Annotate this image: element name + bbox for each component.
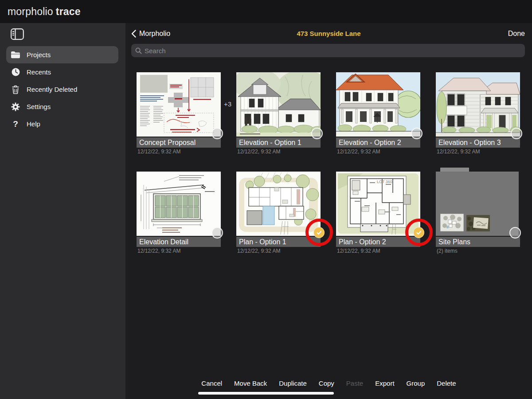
selection-circle[interactable] [509, 227, 521, 239]
elevation-option-1-drawing [236, 72, 321, 137]
sidebar-item-projects[interactable]: Projects [6, 46, 118, 63]
project-card-elevation-option-3[interactable]: Elevation - Option 3 12/12/22, 9:32 AM [436, 72, 520, 155]
plan-lot-label: LOT 360 [377, 180, 392, 184]
project-thumbnail [236, 72, 321, 137]
stack-count-badge: +3 [224, 100, 231, 108]
project-title: Concept Proposal [137, 137, 221, 148]
trash-icon [11, 85, 20, 94]
folder-icon [11, 51, 20, 59]
project-card-elevation-detail[interactable]: Elevation Detail 12/12/22, 9:32 AM [137, 172, 221, 254]
sidebar-toggle-icon [11, 28, 24, 40]
project-date: 12/12/22, 9:32 AM [436, 149, 520, 155]
paste-button: Paste [346, 379, 363, 387]
back-button[interactable]: Morpholio [131, 30, 170, 38]
selection-circle[interactable] [311, 128, 323, 139]
selection-circle[interactable] [211, 227, 223, 239]
app-logo-primary: morpholio [8, 6, 53, 17]
sidebar-toggle-button[interactable] [0, 23, 125, 45]
sidebar-item-label: Help [27, 120, 40, 128]
project-grid-row-1: +3 Concept Proposal 12/12/22, 9:32 AM [137, 72, 520, 155]
selection-action-toolbar: Cancel Move Back Duplicate Copy Paste Ex… [125, 378, 532, 389]
gear-icon [11, 102, 20, 111]
sidebar-menu: Projects Recents Recently Deleted [0, 46, 125, 133]
project-title: Elevation - Option 2 [336, 137, 420, 148]
project-thumbnail [137, 172, 221, 236]
site-plan-mini-thumbnail [440, 214, 464, 231]
sidebar-item-label: Recently Deleted [27, 86, 77, 93]
done-button[interactable]: Done [508, 30, 525, 38]
sidebar-item-recently-deleted[interactable]: Recently Deleted [6, 81, 118, 98]
plan-option-2-drawing: LOT 360 [336, 172, 420, 236]
sidebar-item-label: Projects [27, 51, 51, 59]
duplicate-button[interactable]: Duplicate [279, 379, 307, 387]
elevation-option-2-drawing [336, 72, 420, 137]
sidebar-item-help[interactable]: ? Help [6, 115, 118, 133]
app-logo-secondary: trace [56, 6, 81, 17]
sidebar-item-recents[interactable]: Recents [6, 63, 118, 81]
project-thumbnail: LOT 360 [336, 172, 420, 236]
project-card-elevation-option-2[interactable]: Elevation - Option 2 12/12/22, 9:32 AM [336, 72, 420, 155]
search-bar[interactable] [131, 44, 525, 57]
project-card-plan-option-1[interactable]: Plan - Option 1 12/12/22, 9:32 AM [236, 172, 321, 254]
project-browser: Morpholio 473 Sunnyside Lane Done [125, 23, 532, 399]
project-title: Elevation - Option 1 [236, 137, 321, 148]
selection-check-circle[interactable] [313, 227, 325, 238]
help-icon: ? [11, 119, 20, 129]
concept-proposal-drawing [137, 72, 221, 137]
selection-circle[interactable] [211, 128, 223, 139]
back-button-label: Morpholio [139, 30, 170, 38]
clock-icon [11, 68, 20, 76]
project-title: Plan - Option 2 [336, 237, 420, 247]
selection-check-circle[interactable] [413, 227, 424, 238]
elevation-option-3-drawing [436, 72, 520, 137]
folder-body [436, 172, 519, 236]
project-thumbnail [436, 72, 520, 137]
check-icon [415, 229, 422, 236]
project-card-plan-option-2[interactable]: LOT 360 [336, 172, 420, 254]
elevation-detail-drawing [137, 172, 221, 236]
project-thumbnail [236, 172, 321, 236]
plan-option-1-drawing [236, 172, 321, 236]
project-date: 12/12/22, 9:32 AM [236, 248, 321, 254]
project-title: Site Plans [436, 237, 520, 247]
project-date: 12/12/22, 9:32 AM [137, 149, 221, 155]
sidebar-item-label: Recents [27, 68, 51, 76]
sidebar-item-label: Settings [27, 103, 51, 110]
project-title: Plan - Option 1 [236, 237, 321, 247]
delete-button[interactable]: Delete [437, 379, 456, 387]
project-date: 12/12/22, 9:32 AM [236, 149, 321, 155]
folder-contents-preview [440, 214, 490, 231]
home-indicator[interactable] [198, 392, 334, 395]
project-thumbnail [336, 72, 420, 137]
project-item-count: (2) items [436, 248, 520, 254]
chevron-left-icon [131, 30, 136, 38]
project-date: 12/12/22, 9:32 AM [336, 149, 420, 155]
project-title: Elevation Detail [137, 237, 221, 247]
project-date: 12/12/22, 9:32 AM [336, 248, 420, 254]
project-card-site-plans[interactable]: Site Plans (2) items [436, 172, 520, 254]
aerial-photo-mini-thumbnail [466, 215, 490, 231]
app-title-bar: morpholiotrace [0, 0, 532, 23]
selection-circle[interactable] [511, 128, 522, 139]
project-grid-row-2: Elevation Detail 12/12/22, 9:32 AM [137, 172, 520, 254]
project-thumbnail: +3 [137, 72, 221, 137]
project-card-elevation-option-1[interactable]: Elevation - Option 1 12/12/22, 9:32 AM [236, 72, 321, 155]
project-title: Elevation - Option 3 [436, 137, 520, 148]
selection-circle[interactable] [411, 128, 422, 139]
project-thumbnail [436, 172, 520, 236]
export-button[interactable]: Export [375, 379, 394, 387]
sidebar: Projects Recents Recently Deleted [0, 23, 125, 399]
cancel-button[interactable]: Cancel [201, 379, 222, 387]
check-icon [316, 229, 322, 236]
page-title: 473 Sunnyside Lane [125, 30, 532, 37]
project-card-concept-proposal[interactable]: +3 Concept Proposal 12/12/22, 9:32 AM [137, 72, 221, 155]
move-back-button[interactable]: Move Back [234, 379, 267, 387]
search-input[interactable] [145, 47, 495, 55]
search-icon [135, 47, 142, 54]
sidebar-item-settings[interactable]: Settings [6, 98, 118, 115]
copy-button[interactable]: Copy [319, 379, 334, 387]
browser-nav-bar: Morpholio 473 Sunnyside Lane Done [125, 23, 532, 44]
project-date: 12/12/22, 9:32 AM [137, 248, 221, 254]
app-logo: morpholiotrace [8, 6, 81, 18]
group-button[interactable]: Group [407, 379, 425, 387]
